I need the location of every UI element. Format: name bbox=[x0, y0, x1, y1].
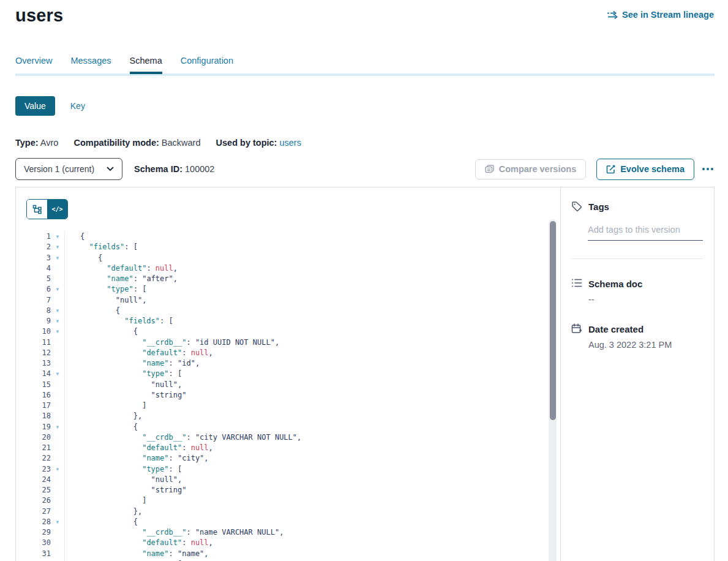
code-text: { bbox=[65, 253, 102, 263]
fold-toggle-icon[interactable]: ▼ bbox=[51, 326, 64, 337]
fold-toggle-icon[interactable]: ▼ bbox=[51, 232, 64, 242]
tag-icon bbox=[571, 201, 582, 212]
code-text: "type": [ bbox=[65, 369, 182, 379]
schema-doc-value: -- bbox=[588, 295, 703, 304]
stream-lineage-icon bbox=[607, 11, 618, 19]
fold-toggle-icon[interactable]: ▼ bbox=[51, 369, 64, 379]
code-line: 10▼ { bbox=[16, 326, 546, 337]
code-text: "type": [ bbox=[65, 464, 182, 475]
code-text: "default": null, bbox=[65, 348, 213, 358]
schema-side-panel: Tags Schema doc -- bbox=[561, 187, 714, 561]
code-line: 7 "null", bbox=[16, 295, 546, 306]
used-by-topic-meta: Used by topic: users bbox=[216, 138, 301, 148]
value-toggle-button[interactable]: Value bbox=[15, 96, 55, 116]
schema-card: </> 1▼{2▼ "fields": [3▼ {4 "default": nu… bbox=[15, 187, 715, 561]
tree-view-button[interactable] bbox=[27, 200, 47, 219]
add-tags-input[interactable] bbox=[588, 224, 703, 241]
line-number: 23 bbox=[16, 464, 51, 475]
code-line: 30 "default": null, bbox=[16, 538, 546, 548]
version-select[interactable]: Version 1 (current) bbox=[15, 158, 122, 180]
line-number: 6 bbox=[16, 284, 51, 295]
tags-section-heading: Tags bbox=[571, 201, 703, 212]
fold-toggle-icon[interactable]: ▼ bbox=[51, 242, 64, 252]
code-text: "default": null, bbox=[65, 263, 178, 274]
code-text: { bbox=[65, 326, 138, 337]
more-options-button[interactable] bbox=[701, 164, 715, 174]
line-number: 22 bbox=[16, 453, 51, 464]
fold-toggle-icon[interactable]: ▼ bbox=[51, 284, 64, 295]
type-label: Type: bbox=[15, 138, 39, 148]
topic-label: Used by topic: bbox=[216, 138, 277, 148]
code-text: "__crdb__": "name VARCHAR NULL", bbox=[65, 527, 283, 538]
code-text: }, bbox=[65, 411, 142, 421]
code-line: 11 "__crdb__": "id UUID NOT NULL", bbox=[16, 337, 546, 348]
line-number: 20 bbox=[16, 432, 51, 443]
code-line: 14▼ "type": [ bbox=[16, 369, 546, 379]
tab-messages[interactable]: Messages bbox=[70, 56, 111, 74]
code-text: "type": [ bbox=[65, 284, 146, 295]
code-text: "name": "city", bbox=[65, 453, 209, 464]
compare-versions-button[interactable]: Compare versions bbox=[475, 159, 587, 179]
ellipsis-icon bbox=[707, 168, 709, 170]
code-line: 17 ] bbox=[16, 401, 546, 411]
code-view-button[interactable]: </> bbox=[47, 200, 67, 219]
code-text: "null", bbox=[65, 295, 146, 306]
editor-scrollbar-track[interactable] bbox=[549, 219, 557, 561]
schema-doc-section: Schema doc -- bbox=[571, 278, 703, 304]
tab-configuration[interactable]: Configuration bbox=[181, 56, 233, 74]
fold-toggle-icon[interactable]: ▼ bbox=[51, 517, 64, 527]
code-text: "default": null, bbox=[65, 538, 213, 548]
line-number: 30 bbox=[16, 538, 51, 548]
see-in-stream-lineage-link[interactable]: See in Stream lineage bbox=[607, 10, 714, 20]
schema-editor-pane: </> 1▼{2▼ "fields": [3▼ {4 "default": nu… bbox=[16, 187, 561, 561]
code-text: "fields": [ bbox=[65, 316, 173, 326]
compatibility-meta: Compatibility mode: Backward bbox=[73, 138, 200, 148]
tab-underline-bar bbox=[15, 73, 715, 76]
code-text: "__crdb__": "city VARCHAR NOT NULL", bbox=[65, 432, 301, 443]
code-text: "null", bbox=[65, 475, 182, 485]
code-line: 18 }, bbox=[16, 411, 546, 421]
line-number: 2 bbox=[16, 242, 51, 252]
code-line: 6▼ "type": [ bbox=[16, 284, 546, 295]
fold-toggle-icon[interactable]: ▼ bbox=[51, 422, 64, 432]
key-toggle-button[interactable]: Key bbox=[70, 101, 85, 111]
code-text: "string" bbox=[65, 485, 186, 495]
line-number: 11 bbox=[16, 337, 51, 348]
tab-schema[interactable]: Schema bbox=[130, 56, 162, 74]
code-text: { bbox=[65, 517, 138, 527]
chevron-down-icon bbox=[107, 167, 114, 171]
topic-link[interactable]: users bbox=[279, 138, 301, 148]
line-number: 7 bbox=[16, 295, 51, 306]
tab-nav: OverviewMessagesSchemaConfiguration bbox=[15, 55, 715, 76]
fold-toggle-icon[interactable]: ▼ bbox=[51, 464, 64, 475]
code-line: 21 "default": null, bbox=[16, 443, 546, 453]
line-number: 13 bbox=[16, 358, 51, 369]
tab-overview[interactable]: Overview bbox=[15, 56, 52, 74]
code-line: 31 "name": "name", bbox=[16, 549, 546, 559]
list-icon bbox=[571, 278, 582, 289]
schema-code-editor[interactable]: 1▼{2▼ "fields": [3▼ {4 "default": null,5… bbox=[16, 232, 546, 561]
fold-toggle-icon[interactable]: ▼ bbox=[51, 306, 64, 316]
line-number: 18 bbox=[16, 411, 51, 421]
line-number: 8 bbox=[16, 306, 51, 316]
type-value: Avro bbox=[40, 138, 59, 148]
edit-icon bbox=[606, 165, 615, 174]
fold-toggle-icon[interactable]: ▼ bbox=[51, 316, 64, 326]
tags-heading: Tags bbox=[588, 201, 609, 212]
code-line: 9▼ "fields": [ bbox=[16, 316, 546, 326]
code-line: 23▼ "type": [ bbox=[16, 464, 546, 475]
page-header: users See in Stream lineage bbox=[15, 0, 715, 28]
editor-scrollbar-thumb[interactable] bbox=[550, 221, 556, 420]
code-line: 16 "string" bbox=[16, 390, 546, 401]
line-number: 17 bbox=[16, 401, 51, 411]
evolve-schema-button[interactable]: Evolve schema bbox=[596, 159, 694, 180]
code-text: }, bbox=[65, 506, 142, 517]
fold-toggle-icon[interactable]: ▼ bbox=[51, 253, 64, 263]
code-line: 13 "name": "id", bbox=[16, 358, 546, 369]
compatibility-value: Backward bbox=[162, 138, 201, 148]
code-line: 20 "__crdb__": "city VARCHAR NOT NULL", bbox=[16, 432, 546, 443]
code-text: "name": "id", bbox=[65, 358, 200, 369]
code-text: ] bbox=[65, 495, 146, 506]
line-number: 19 bbox=[16, 422, 51, 432]
line-number: 9 bbox=[16, 316, 51, 326]
